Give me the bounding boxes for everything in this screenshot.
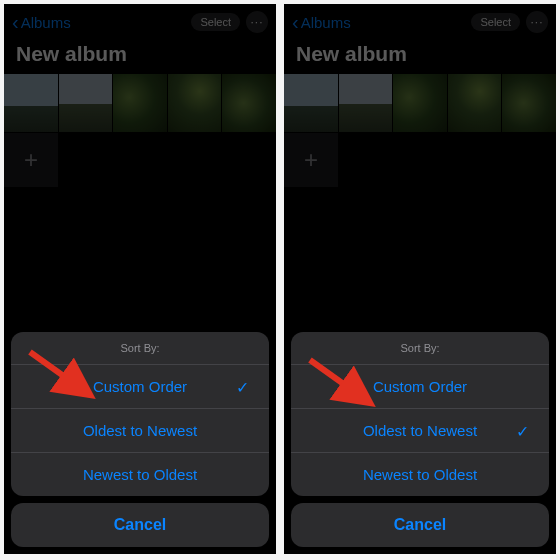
sort-option-newest-to-oldest[interactable]: Newest to Oldest — [11, 453, 269, 496]
annotation-arrow — [24, 346, 114, 406]
nav-right-group: Select ··· — [191, 11, 268, 33]
option-label: Oldest to Newest — [363, 422, 477, 439]
photo-thumbnail[interactable] — [502, 74, 556, 132]
photo-thumbnail[interactable] — [339, 74, 393, 132]
photo-thumbnail[interactable] — [222, 74, 276, 132]
nav-right-group: Select ··· — [471, 11, 548, 33]
dimmed-content: ‹ Albums Select ··· New album + — [284, 4, 556, 187]
ellipsis-icon: ··· — [250, 15, 263, 29]
photo-thumbnail[interactable] — [168, 74, 222, 132]
ellipsis-icon: ··· — [530, 15, 543, 29]
sort-option-oldest-to-newest[interactable]: Oldest to Newest — [11, 409, 269, 453]
svg-line-3 — [310, 360, 366, 400]
cancel-button[interactable]: Cancel — [291, 503, 549, 547]
back-button[interactable]: ‹ Albums — [292, 11, 351, 34]
phone-left: ‹ Albums Select ··· New album + — [4, 4, 276, 554]
album-title: New album — [284, 40, 556, 74]
back-label: Albums — [301, 14, 351, 31]
album-title: New album — [4, 40, 276, 74]
add-photo-button[interactable]: + — [284, 133, 338, 187]
checkmark-icon: ✓ — [516, 421, 529, 440]
option-label: Oldest to Newest — [83, 422, 197, 439]
more-button[interactable]: ··· — [526, 11, 548, 33]
thumbnail-row — [284, 74, 556, 132]
svg-line-1 — [30, 352, 86, 392]
phone-right: ‹ Albums Select ··· New album + — [284, 4, 556, 554]
checkmark-icon: ✓ — [236, 377, 249, 396]
dimmed-content: ‹ Albums Select ··· New album + — [4, 4, 276, 187]
back-label: Albums — [21, 14, 71, 31]
chevron-left-icon: ‹ — [292, 11, 299, 34]
photo-thumbnail[interactable] — [4, 74, 58, 132]
select-button[interactable]: Select — [471, 13, 520, 31]
sort-option-oldest-to-newest[interactable]: Oldest to Newest ✓ — [291, 409, 549, 453]
select-button[interactable]: Select — [191, 13, 240, 31]
plus-icon: + — [24, 146, 38, 174]
cancel-button[interactable]: Cancel — [11, 503, 269, 547]
photo-thumbnail[interactable] — [448, 74, 502, 132]
photo-thumbnail[interactable] — [59, 74, 113, 132]
back-button[interactable]: ‹ Albums — [12, 11, 71, 34]
option-label: Newest to Oldest — [83, 466, 197, 483]
option-label: Newest to Oldest — [363, 466, 477, 483]
more-button[interactable]: ··· — [246, 11, 268, 33]
chevron-left-icon: ‹ — [12, 11, 19, 34]
photo-thumbnail[interactable] — [393, 74, 447, 132]
nav-bar: ‹ Albums Select ··· — [284, 4, 556, 40]
photo-thumbnail[interactable] — [113, 74, 167, 132]
add-photo-button[interactable]: + — [4, 133, 58, 187]
annotation-arrow — [304, 354, 394, 414]
plus-icon: + — [304, 146, 318, 174]
thumbnail-row — [4, 74, 276, 132]
photo-thumbnail[interactable] — [284, 74, 338, 132]
sort-option-newest-to-oldest[interactable]: Newest to Oldest — [291, 453, 549, 496]
nav-bar: ‹ Albums Select ··· — [4, 4, 276, 40]
